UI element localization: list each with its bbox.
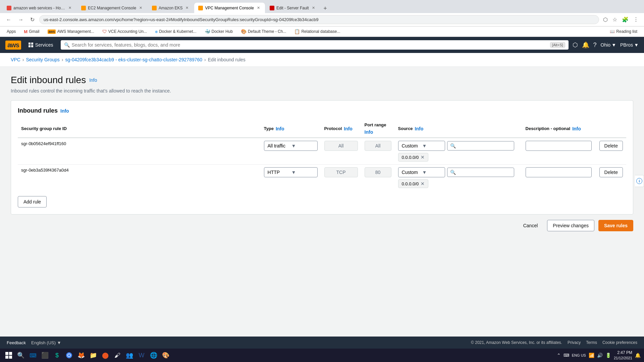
delete-rule-1-button[interactable]: Delete bbox=[599, 141, 623, 151]
delete-rule-2-button[interactable]: Delete bbox=[599, 167, 623, 177]
bookmark-docker-k8s[interactable]: ⎈ Docker & Kubernet... bbox=[152, 28, 199, 35]
actions-bar: Cancel Preview changes Save rules bbox=[11, 215, 633, 233]
cloud9-icon[interactable]: ⬡ bbox=[573, 41, 578, 49]
type-select-2[interactable]: HTTP ▼ bbox=[264, 167, 318, 177]
user-menu[interactable]: PBros ▼ bbox=[620, 42, 639, 48]
col-header-delete bbox=[596, 120, 626, 138]
port-cell-2: 80 bbox=[361, 165, 395, 191]
source-dropdown-2-arrow: ▼ bbox=[422, 170, 441, 175]
cast-icon[interactable]: ⬡ bbox=[602, 15, 609, 24]
help-icon[interactable]: ? bbox=[593, 42, 597, 49]
tab-2[interactable]: EC2 Management Console ✕ bbox=[77, 3, 147, 13]
page-info-link[interactable]: Info bbox=[89, 77, 97, 83]
aws-bk-icon: aws bbox=[48, 29, 56, 34]
source-tag-2-0-remove[interactable]: ✕ bbox=[421, 181, 425, 186]
forward-button[interactable]: → bbox=[16, 15, 25, 24]
nav-icons: ⬡ ☆ 🧩 ⋮ bbox=[602, 15, 640, 24]
tab-2-title: EC2 Management Console bbox=[88, 6, 136, 10]
new-tab-button[interactable]: + bbox=[321, 4, 330, 13]
menu-icon[interactable]: ⋮ bbox=[632, 15, 640, 24]
bookmark-icon[interactable]: ☆ bbox=[611, 15, 619, 24]
bookmark-vce-label: VCE Accounting Un... bbox=[108, 29, 147, 34]
description-input-1[interactable] bbox=[526, 141, 592, 151]
extensions-icon[interactable]: 🧩 bbox=[621, 15, 630, 24]
protocol-info-link[interactable]: Info bbox=[344, 126, 353, 131]
page-title: Edit inbound rules bbox=[11, 75, 86, 85]
type-select-1[interactable]: All traffic ▼ bbox=[264, 141, 318, 151]
side-info-button[interactable]: i bbox=[635, 175, 644, 187]
region-chevron: ▼ bbox=[611, 42, 616, 48]
breadcrumb-sep-2: › bbox=[62, 57, 63, 62]
type-cell-2: HTTP ▼ bbox=[261, 165, 321, 191]
gmail-icon: M bbox=[24, 29, 28, 34]
preview-changes-button[interactable]: Preview changes bbox=[547, 220, 594, 231]
docker-k8s-icon: ⎈ bbox=[155, 29, 158, 34]
address-bar[interactable]: us-east-2.console.aws.amazon.com/vpc/hom… bbox=[39, 15, 599, 24]
table-row: sgr-0b05624ef941ff160 All traffic ▼ All … bbox=[18, 138, 626, 165]
source-search-2[interactable]: 🔍 bbox=[447, 168, 514, 177]
description-input-2[interactable] bbox=[526, 167, 592, 177]
source-search-1-input[interactable] bbox=[458, 143, 508, 148]
port-value-2: 80 bbox=[365, 167, 391, 177]
breadcrumb-vpc[interactable]: VPC bbox=[11, 57, 20, 62]
nav-bar: ← → ↻ us-east-2.console.aws.amazon.com/v… bbox=[0, 13, 644, 26]
tab-2-close[interactable]: ✕ bbox=[138, 5, 143, 10]
delete-cell-1: Delete bbox=[596, 138, 626, 165]
source-search-1-icon: 🔍 bbox=[450, 143, 456, 148]
tab-4[interactable]: VPC Management Console ✕ bbox=[194, 3, 265, 13]
breadcrumb-sep-1: › bbox=[22, 57, 24, 62]
source-search-2-input[interactable] bbox=[458, 170, 508, 175]
add-rule-button[interactable]: Add rule bbox=[18, 196, 47, 207]
notifications-icon[interactable]: 🔔 bbox=[582, 41, 589, 49]
bookmark-apps[interactable]: Apps bbox=[4, 28, 18, 35]
inbound-rules-card: Inbound rules Info Security group rule I… bbox=[11, 100, 633, 215]
description-cell-2 bbox=[522, 165, 596, 191]
source-info-link[interactable]: Info bbox=[415, 126, 424, 131]
bookmark-gmail-label: Gmail bbox=[29, 29, 39, 34]
relational-icon: 📋 bbox=[294, 29, 300, 34]
back-button[interactable]: ← bbox=[4, 15, 13, 24]
tab-3-title: Amazon EKS bbox=[159, 6, 182, 10]
port-info-link[interactable]: Info bbox=[365, 129, 373, 135]
bookmark-aws[interactable]: aws AWS Management... bbox=[45, 28, 97, 35]
type-info-link[interactable]: Info bbox=[276, 126, 284, 131]
bookmark-gmail[interactable]: M Gmail bbox=[21, 28, 42, 35]
tab-3-close[interactable]: ✕ bbox=[184, 5, 190, 10]
bookmark-vce[interactable]: 🛡 VCE Accounting Un... bbox=[100, 28, 150, 35]
tab-4-close[interactable]: ✕ bbox=[256, 5, 261, 10]
tab-5[interactable]: Edit - Server Fault ✕ bbox=[266, 3, 320, 13]
reload-button[interactable]: ↻ bbox=[28, 15, 37, 24]
bookmark-aws-label: AWS Management... bbox=[57, 29, 94, 34]
tab-bar: amazon web services - How to c... ✕ EC2 … bbox=[0, 0, 644, 13]
breadcrumb-sg-id[interactable]: sg-04209fce3b34cacb9 - eks-cluster-sg-ch… bbox=[65, 57, 203, 62]
source-tag-2-0-text: 0.0.0.0/0 bbox=[402, 181, 419, 186]
tab-1-close[interactable]: ✕ bbox=[67, 5, 72, 10]
bookmark-relational[interactable]: 📋 Relational database... bbox=[291, 28, 343, 35]
bookmark-dockerhub[interactable]: 🐳 Docker Hub bbox=[202, 28, 235, 35]
save-rules-button[interactable]: Save rules bbox=[598, 220, 633, 231]
source-search-2-icon: 🔍 bbox=[450, 170, 456, 175]
col-header-port: Port range Info bbox=[361, 120, 395, 138]
tab-3[interactable]: Amazon EKS ✕ bbox=[148, 3, 194, 13]
cancel-button[interactable]: Cancel bbox=[518, 220, 543, 231]
user-label: PBros bbox=[620, 42, 633, 48]
source-search-1[interactable]: 🔍 bbox=[447, 141, 514, 150]
bookmarks-bar: Apps M Gmail aws AWS Management... 🛡 VCE… bbox=[0, 26, 644, 37]
bookmark-default-theme[interactable]: 🎨 Default Theme - Ch... bbox=[238, 28, 289, 35]
source-dropdown-2[interactable]: Custom ▼ bbox=[398, 167, 445, 177]
dockerhub-icon: 🐳 bbox=[205, 29, 210, 34]
aws-search-input[interactable] bbox=[72, 42, 548, 48]
source-dropdown-1[interactable]: Custom ▼ bbox=[398, 141, 445, 151]
tab-5-close[interactable]: ✕ bbox=[311, 5, 316, 10]
services-menu-button[interactable]: Services bbox=[25, 40, 57, 50]
reading-list-button[interactable]: 📖 Reading list bbox=[607, 28, 640, 35]
region-selector[interactable]: Ohio ▼ bbox=[601, 42, 616, 48]
source-tag-1-0-remove[interactable]: ✕ bbox=[421, 155, 425, 160]
inbound-rules-info[interactable]: Info bbox=[60, 108, 69, 114]
breadcrumb-security-groups[interactable]: Security Groups bbox=[26, 57, 59, 62]
aws-search-bar[interactable]: 🔍 [Alt+S] bbox=[61, 40, 569, 50]
desc-info-link[interactable]: Info bbox=[572, 126, 581, 131]
source-tag-1-0: 0.0.0.0/0 ✕ bbox=[398, 153, 429, 162]
tab-1[interactable]: amazon web services - How to c... ✕ bbox=[3, 3, 76, 13]
source-cell-1: Custom ▼ 🔍 0.0.0.0/0 ✕ bbox=[395, 138, 522, 165]
